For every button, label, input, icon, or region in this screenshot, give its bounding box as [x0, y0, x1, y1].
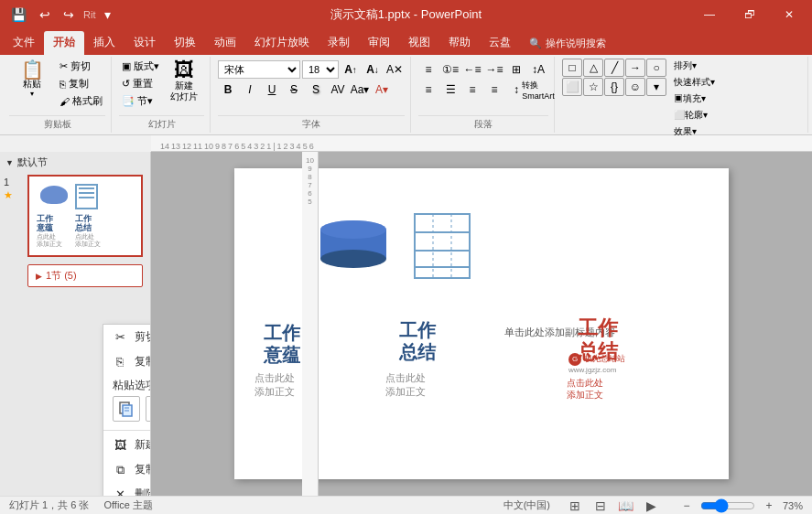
- close-button[interactable]: ✕: [774, 0, 805, 29]
- grow-font-button[interactable]: A↑: [341, 60, 361, 79]
- ctx-copy[interactable]: ⎘ 复制(C): [103, 349, 151, 374]
- vertical-ruler: 10 9 8 7 6 5: [302, 152, 319, 496]
- vruler-mark: 6: [308, 189, 311, 198]
- thumb-shelves: [75, 184, 98, 209]
- slide-panel: ▼ 默认节 1 ★ 工作意蕴 工作总结: [0, 152, 151, 496]
- drawing-content: □ △ ╱ → ○ ⬜ ☆ {} ☺ ▾ 排列▾ 快速样式▾ ▣填充▾ ⬜: [562, 59, 745, 139]
- ctx-dup-slide[interactable]: ⧉ 复制幻灯片(A): [103, 457, 151, 482]
- cut-button[interactable]: ✂ 剪切: [57, 59, 105, 74]
- tab-slideshow[interactable]: 幻灯片放映: [245, 31, 319, 55]
- case-button[interactable]: Aa▾: [350, 80, 370, 99]
- italic-button[interactable]: I: [240, 80, 260, 99]
- paste-keep-format[interactable]: [113, 396, 140, 422]
- restore-button[interactable]: 🗗: [733, 0, 766, 29]
- ctx-copy-icon: ⎘: [113, 355, 127, 369]
- tab-cloud[interactable]: 云盘: [480, 31, 520, 55]
- section-collapsed[interactable]: ▶ 1节 (5): [27, 264, 143, 287]
- arrange-button[interactable]: 排列▾: [671, 59, 718, 73]
- fill-button[interactable]: ▣填充▾: [671, 91, 718, 106]
- tab-animation[interactable]: 动画: [205, 31, 245, 55]
- shrink-font-button[interactable]: A↓: [363, 60, 383, 79]
- tab-file[interactable]: 文件: [4, 31, 44, 55]
- section-button[interactable]: 📑 节▾: [119, 93, 162, 109]
- copy-button[interactable]: ⎘ 复制: [57, 76, 105, 91]
- tab-design[interactable]: 设计: [125, 31, 165, 55]
- columns-button[interactable]: ⊞: [506, 60, 526, 79]
- reading-view-button[interactable]: 📖: [616, 497, 636, 515]
- align-center-button[interactable]: ☰: [440, 80, 460, 99]
- text-direction-button[interactable]: ↕A: [528, 60, 548, 79]
- slide-sorter-button[interactable]: ⊟: [590, 497, 611, 515]
- zoom-in-button[interactable]: +: [759, 497, 779, 515]
- tab-insert[interactable]: 插入: [84, 31, 125, 55]
- slide-thumbnail[interactable]: 工作意蕴 工作总结 点此处添加正文 点此处添加正文: [27, 175, 143, 257]
- reset-button[interactable]: ↺ 重置: [119, 76, 162, 91]
- customize-icon[interactable]: ▾: [101, 5, 114, 24]
- minimize-button[interactable]: —: [693, 0, 726, 29]
- justify-button[interactable]: ≡: [484, 80, 504, 99]
- strikethrough-button[interactable]: S: [284, 80, 304, 99]
- align-left-button[interactable]: ≡: [418, 80, 438, 99]
- oval-shape[interactable]: ○: [646, 59, 666, 77]
- underline-button[interactable]: U: [262, 80, 282, 99]
- slides-buttons: ▣ 版式▾ ↺ 重置 📑 节▾: [119, 59, 162, 109]
- line-shape[interactable]: ╱: [604, 59, 624, 77]
- format-painter-icon: 🖌: [60, 96, 70, 107]
- callout-shape[interactable]: ⬜: [562, 78, 582, 96]
- shadow-button[interactable]: S: [306, 80, 326, 99]
- format-painter-button[interactable]: 🖌 格式刷: [57, 93, 105, 109]
- tab-view[interactable]: 视图: [399, 31, 439, 55]
- ruler-num: 8: [222, 142, 226, 151]
- slideshow-button[interactable]: ▶: [642, 497, 662, 515]
- new-slide-button[interactable]: 🖼 新建幻灯片: [164, 59, 204, 104]
- outline-button[interactable]: ⬜轮廓▾: [671, 108, 718, 123]
- tab-record[interactable]: 录制: [319, 31, 359, 55]
- spacing-button[interactable]: AV: [328, 80, 348, 99]
- tab-review[interactable]: 审阅: [359, 31, 399, 55]
- font-name-select[interactable]: 宋体: [218, 60, 300, 79]
- reset-label: 重置: [133, 77, 153, 91]
- ctx-cut[interactable]: ✂ 剪切(T): [103, 325, 151, 349]
- tab-transition[interactable]: 切换: [165, 31, 205, 55]
- ctx-new-slide[interactable]: 🖼 新建幻灯片(N): [103, 433, 151, 457]
- normal-view-button[interactable]: ⊞: [565, 497, 585, 515]
- smartart-button[interactable]: 转换SmartArt: [528, 80, 548, 99]
- save-icon[interactable]: 💾: [7, 5, 30, 24]
- ctx-del-slide[interactable]: ✕ 删除幻灯片(D): [103, 482, 151, 496]
- smiley-shape[interactable]: ☺: [625, 78, 645, 96]
- quick-style-button[interactable]: 快速样式▾: [671, 75, 718, 90]
- star-shape[interactable]: ☆: [583, 78, 603, 96]
- numbering-button[interactable]: ①≡: [440, 60, 460, 79]
- watermark-name: 极光总结站: [584, 354, 625, 365]
- ruler-num: |: [273, 142, 275, 151]
- font-size-select[interactable]: 18: [302, 60, 339, 79]
- tab-home[interactable]: 开始: [44, 31, 84, 55]
- ruler-num: 12: [182, 142, 191, 151]
- canvas-area[interactable]: 10 9 8 7 6 5: [151, 152, 812, 496]
- shapes-more[interactable]: ▾: [646, 78, 666, 96]
- rect-shape[interactable]: □: [562, 59, 582, 77]
- font-color-button[interactable]: A▾: [372, 80, 392, 99]
- bold-button[interactable]: B: [218, 80, 238, 99]
- brace-shape[interactable]: {}: [604, 78, 624, 96]
- redo-icon[interactable]: ↪: [60, 5, 78, 24]
- zoom-out-button[interactable]: −: [677, 497, 697, 515]
- paste-button[interactable]: 📋 粘贴 ▾: [9, 59, 55, 100]
- theme-info: Office 主题: [103, 498, 153, 512]
- tab-help[interactable]: 帮助: [439, 31, 480, 55]
- font-row2: B I U S S AV Aa▾ A▾: [218, 80, 405, 99]
- decrease-indent-button[interactable]: ←≡: [462, 60, 482, 79]
- tab-search[interactable]: 🔍操作说明搜索: [520, 33, 615, 55]
- bullets-button[interactable]: ≡: [418, 60, 438, 79]
- clear-format-button[interactable]: A✕: [384, 60, 405, 79]
- undo-icon[interactable]: ↩: [36, 5, 54, 24]
- triangle-shape[interactable]: △: [583, 59, 603, 77]
- ruler-num: 14: [160, 142, 169, 151]
- align-right-button[interactable]: ≡: [462, 80, 482, 99]
- paste-icon: 📋: [21, 60, 44, 79]
- arrow-shape[interactable]: →: [625, 59, 645, 77]
- layout-button[interactable]: ▣ 版式▾: [119, 59, 162, 74]
- increase-indent-button[interactable]: →≡: [484, 60, 504, 79]
- zoom-slider[interactable]: [700, 498, 755, 513]
- ribbon-tabs: 文件 开始 插入 设计 切换 动画 幻灯片放映 录制 审阅 视图 帮助 云盘 🔍…: [0, 29, 812, 55]
